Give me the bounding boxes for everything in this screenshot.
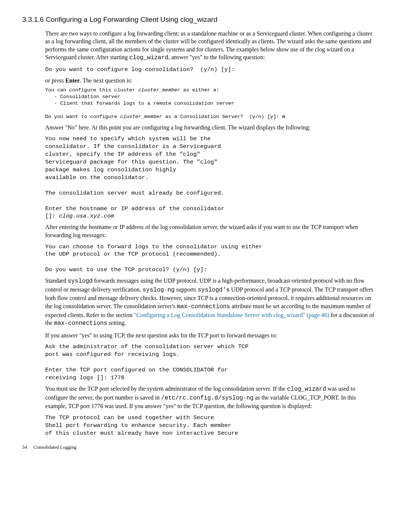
code-question-1: Do you want to configure log consolidati…	[45, 66, 378, 74]
paragraph-tcp-question: After entering the hostname or IP addres…	[45, 223, 378, 239]
code-inline-syslogds: syslogd's	[198, 287, 230, 293]
paragraph-intro: There are two ways to configure a log fo…	[45, 30, 378, 62]
section-heading: 3.3.1.6 Configuring a Log Forwarding Cli…	[22, 15, 378, 24]
code-inline-clog-wizard-2: clog_wizard	[287, 386, 326, 393]
code-inline-clog-wizard: clog_wizard	[129, 54, 169, 61]
page-footer: 54 Consolidated Logging	[22, 444, 378, 451]
text: as a Consolidation Server? (y/n) [y]:	[162, 114, 282, 119]
code-inline-syslog-ng: syslog-ng	[143, 287, 174, 293]
paragraph-tcp-port: If you answer "yes" to using TCP, the ne…	[45, 331, 378, 340]
text: You can configure this cluster	[45, 87, 138, 93]
page-number: 54	[22, 444, 27, 451]
code-cluster-config: You can configure this cluster cluster_m…	[45, 87, 378, 121]
cross-reference-link[interactable]: "Configuring a Log Consolidation Standal…	[134, 312, 329, 318]
paragraph-press-enter: or press Enter. The next question is:	[45, 77, 378, 85]
code-tcp-port: Ask the administrator of the consolidati…	[45, 343, 378, 382]
enter-key: Enter	[65, 77, 80, 84]
text: setting.	[107, 320, 126, 326]
hostname-example: clog.usa.xyz.com	[59, 213, 114, 219]
text: You now need to specify which system wil…	[45, 135, 224, 219]
paragraph-answer-no: Answer "No" here. At this point you are …	[45, 124, 378, 132]
content-block: There are two ways to configure a log fo…	[45, 30, 378, 437]
code-inline-max-connections-2: max-connections	[54, 320, 107, 327]
code-inline-max-connections: max-connections	[177, 303, 230, 310]
paragraph-port-saved: You must use the TCP port selected by th…	[45, 385, 378, 410]
cluster-member-var: cluster_member	[120, 114, 162, 119]
code-consolidator-prompt: You now need to specify which system wil…	[45, 135, 378, 220]
footer-chapter-title: Consolidated Logging	[33, 444, 76, 450]
text: , answer "yes" to the following question…	[169, 54, 265, 60]
text: . The next question is:	[80, 77, 132, 84]
text: supports	[174, 286, 197, 293]
cluster-member-var: cluster_member	[138, 87, 180, 93]
paragraph-syslogd: Standard syslogd forwards messages using…	[45, 277, 378, 328]
code-inline-path: /etc/rc.config.d/syslog-ng	[161, 395, 254, 401]
code-tcp-protocol: You can choose to forward logs to the co…	[45, 243, 378, 274]
answer-n: n	[282, 114, 285, 119]
text: Standard	[45, 277, 68, 284]
code-inline-syslogd: syslogd	[68, 278, 93, 284]
code-secure-shell: The TCP protocol can be used together wi…	[45, 414, 378, 437]
text: or press	[45, 77, 65, 84]
text: You must use the TCP port selected by th…	[45, 385, 287, 392]
